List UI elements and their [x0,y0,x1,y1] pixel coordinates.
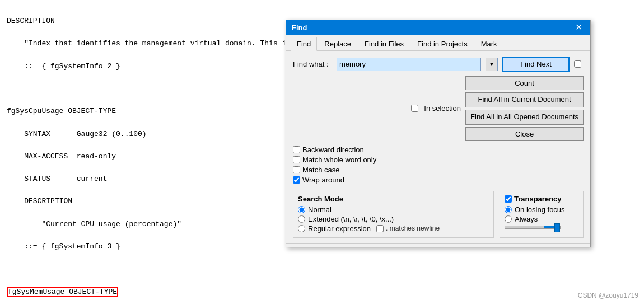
wrap-around-checkbox[interactable] [293,176,300,184]
tab-replace[interactable]: Replace [318,37,357,50]
radio-on-losing-focus: On losing focus [505,205,578,214]
transparency-title: Transparency [505,195,578,203]
transparency-slider-row [505,226,578,229]
action-row: In selection Count Find All in Current D… [293,76,584,141]
code-line-13: fgSysMemUsage OBJECT-TYPE [7,287,637,298]
radio-on-losing-focus-input[interactable] [505,206,512,213]
dialog-close-button[interactable]: ✕ [573,23,585,32]
checkboxes-section: Backward direction Match whole word only… [293,146,584,184]
dialog-resize-handle[interactable] [286,243,590,247]
code-line-12 [7,264,637,275]
search-mode-group: Search Mode Normal Extended (\n, \r, \t,… [293,191,494,238]
wrap-around-row: Wrap around [293,176,376,184]
tab-find-in-files[interactable]: Find in Files [358,37,410,50]
radio-normal-input[interactable] [298,206,305,213]
radio-normal-label[interactable]: Normal [308,205,332,214]
in-selection-checkbox[interactable] [411,105,418,112]
radio-always-input[interactable] [505,215,512,223]
backward-direction-checkbox[interactable] [293,146,300,153]
matches-newline-label: . matches newline [386,224,440,232]
watermark: CSDN @zouyu1719 [578,292,638,299]
tab-find-in-projects[interactable]: Find in Projects [411,37,474,50]
match-whole-word-checkbox[interactable] [293,156,300,163]
find-dialog: Find ✕ Find Replace Find in Files Find i… [286,20,591,247]
find-what-row: Find what : ▼ Find Next [293,57,584,72]
find-all-current-button[interactable]: Find All in Current Document [465,92,584,107]
tab-find[interactable]: Find [291,37,317,51]
transparency-slider[interactable] [505,226,561,229]
find-next-button[interactable]: Find Next [502,57,570,72]
radio-regex-input[interactable] [298,225,305,232]
radio-extended-input[interactable] [298,215,305,223]
match-whole-word-row: Match whole word only [293,156,376,164]
count-button[interactable]: Count [465,76,584,90]
dialog-body: Find what : ▼ Find Next In selection Cou… [286,51,590,243]
radio-normal: Normal [298,205,489,214]
radio-extended-label[interactable]: Extended (\n, \r, \t, \0, \x...) [308,215,394,223]
match-case-checkbox[interactable] [293,166,300,173]
match-whole-word-label[interactable]: Match whole word only [302,156,376,164]
close-button[interactable]: Close [465,127,584,141]
wrap-around-label[interactable]: Wrap around [302,176,344,184]
slider-thumb[interactable] [554,223,560,232]
search-mode-title: Search Mode [298,195,489,203]
find-all-opened-button[interactable]: Find All in All Opened Documents [465,110,584,125]
dialog-titlebar: Find ✕ [286,20,590,35]
backward-direction-row: Backward direction [293,146,376,154]
transparency-checkbox[interactable] [505,195,512,203]
radio-regex-label[interactable]: Regular expression [308,224,371,233]
radio-extended: Extended (\n, \r, \t, \0, \x...) [298,215,489,223]
find-input[interactable] [337,58,481,71]
find-dropdown-arrow[interactable]: ▼ [486,58,498,71]
radio-regex: Regular expression . matches newline [298,224,489,233]
in-selection-label[interactable]: In selection [424,104,461,112]
dialog-title: Find [292,24,307,32]
bottom-section: Search Mode Normal Extended (\n, \r, \t,… [293,189,584,238]
extra-checkbox[interactable] [574,60,581,68]
matches-newline-checkbox[interactable] [376,225,384,232]
radio-always-label[interactable]: Always [515,215,538,223]
transparency-group: Transparency On losing focus Always [500,191,584,238]
backward-direction-label[interactable]: Backward direction [302,146,364,154]
match-case-label[interactable]: Match case [302,166,339,174]
radio-always: Always [505,215,578,223]
dialog-tabs: Find Replace Find in Files Find in Proje… [286,35,590,51]
match-case-row: Match case [293,166,376,174]
find-label: Find what : [293,60,332,68]
tab-mark[interactable]: Mark [475,37,503,50]
radio-on-losing-focus-label[interactable]: On losing focus [515,205,565,214]
